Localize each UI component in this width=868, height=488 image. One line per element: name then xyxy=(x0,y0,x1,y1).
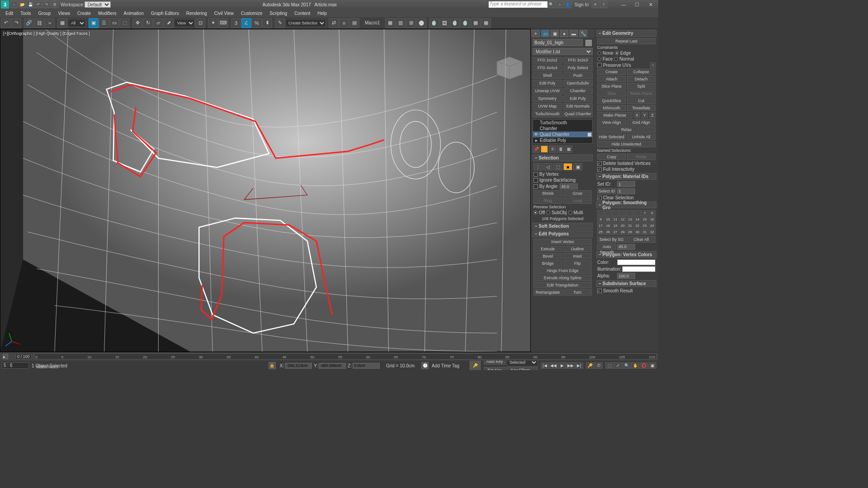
by-angle-spinner[interactable] xyxy=(560,183,578,189)
add-time-tag-button[interactable]: Add Time Tag xyxy=(432,363,459,368)
hide-selected-button[interactable]: Hide Selected xyxy=(597,134,626,140)
keyboard-button[interactable]: ⌨ xyxy=(218,18,228,28)
redo-icon[interactable]: ↷ xyxy=(43,1,50,8)
placement-button[interactable]: ⬈ xyxy=(164,18,174,28)
scale-button[interactable]: ▱ xyxy=(153,18,163,28)
x-coord-input[interactable] xyxy=(285,363,312,369)
sg-button-blank[interactable] xyxy=(627,210,633,216)
zoom-button[interactable]: 🔍 xyxy=(623,362,631,369)
material-editor-button[interactable]: ⬤ xyxy=(416,18,426,28)
play-toggle-button[interactable]: ▸ xyxy=(3,354,8,359)
menu-rendering[interactable]: Rendering xyxy=(183,10,211,16)
max-viewport-button[interactable]: ▣ xyxy=(648,362,656,369)
pan-button[interactable]: ✋ xyxy=(631,362,639,369)
sg-button-32[interactable]: 32 xyxy=(649,229,656,235)
vertex-colors-rollout[interactable]: Polygon: Vertex Colors xyxy=(596,251,656,258)
time-ruler[interactable]: 0510152025303540455055606570758085909510… xyxy=(34,353,656,360)
link-icon[interactable]: ⚙ xyxy=(51,1,58,8)
align-button[interactable]: ≡ xyxy=(339,18,349,28)
viewport-label[interactable]: [+][Orthographic ] [High Quality ] [Edge… xyxy=(3,31,90,36)
planar-x-button[interactable]: X xyxy=(634,112,640,118)
msmooth-button[interactable]: MSmooth xyxy=(597,105,626,111)
sg-button-27[interactable]: 27 xyxy=(612,229,619,235)
by-vertex-check[interactable] xyxy=(533,172,538,177)
stack-quadchamfer[interactable]: Quad Chamfer xyxy=(540,132,570,137)
sg-button-26[interactable]: 26 xyxy=(604,229,611,235)
manipulate-button[interactable]: ✦ xyxy=(208,18,218,28)
menu-modifiers[interactable]: Modifiers xyxy=(94,10,120,16)
show-end-result-icon[interactable]: ▯ xyxy=(541,145,548,153)
time-config-button[interactable]: ⏱ xyxy=(594,362,603,369)
modifier-stack[interactable]: TurboSmooth Chamfer 👁Quad Chamfer ▸Edita… xyxy=(533,119,593,144)
quickslice-button[interactable]: QuickSlice xyxy=(597,98,626,104)
mod-symmetry[interactable]: Symmetry xyxy=(533,95,562,102)
sg-button-17[interactable]: 17 xyxy=(597,223,604,229)
sg-button-16[interactable]: 16 xyxy=(649,216,656,222)
isolate-button[interactable]: ⬚ xyxy=(605,362,613,369)
make-unique-icon[interactable]: ⎘ xyxy=(549,145,556,153)
subdiv-surface-rollout[interactable]: Subdivision Surface xyxy=(596,280,656,287)
sg-button-blank[interactable] xyxy=(612,210,619,216)
repeat-last-button[interactable]: Repeat Last xyxy=(597,38,656,44)
y-coord-input[interactable] xyxy=(319,363,346,369)
slice-button[interactable]: Slice xyxy=(597,90,626,97)
select-by-sg-button[interactable]: Select By SG xyxy=(597,236,626,243)
border-mode-icon[interactable]: ⬚ xyxy=(553,163,562,170)
render-prod-button[interactable]: 🍵 xyxy=(460,18,470,28)
paste-named-button[interactable]: Paste xyxy=(627,154,656,160)
stack-chamfer[interactable]: Chamfer xyxy=(540,126,557,131)
preview-multi-radio[interactable] xyxy=(568,211,572,215)
modify-tab-icon[interactable]: ▭ xyxy=(541,30,549,37)
select-by-name-button[interactable]: ☰ xyxy=(99,18,109,28)
insert-vertex-button[interactable]: Insert Vertex xyxy=(533,239,592,245)
search-input[interactable]: Type a keyword or phrase xyxy=(489,1,547,8)
bevel-button[interactable]: Bevel xyxy=(533,253,562,259)
exchange-icon[interactable]: ✕ xyxy=(592,1,599,8)
search-icon[interactable]: 🔍 xyxy=(548,1,555,8)
slice-plane-button[interactable]: Slice Plane xyxy=(597,83,626,89)
sg-button-15[interactable]: 15 xyxy=(642,216,648,222)
select-id-spinner[interactable] xyxy=(617,188,635,194)
unhide-all-button[interactable]: Unhide All xyxy=(627,134,656,140)
sg-button-blank[interactable] xyxy=(619,210,626,216)
lock-icon[interactable]: 🔒 xyxy=(269,362,276,369)
play-button[interactable]: ▶ xyxy=(558,362,566,369)
object-color-swatch[interactable] xyxy=(585,40,592,46)
retriangulate-button[interactable]: Retriangulate xyxy=(533,289,562,296)
menu-animation[interactable]: Animation xyxy=(120,10,147,16)
constraint-none-radio[interactable] xyxy=(597,51,601,55)
auto-smooth-button[interactable]: Auto Smooth xyxy=(597,244,616,250)
percent-snap-button[interactable]: % xyxy=(252,18,262,28)
ignore-backfacing-check[interactable] xyxy=(533,178,538,183)
ref-coord-dropdown[interactable]: View xyxy=(174,19,195,27)
mod-opensubdiv[interactable]: OpenSubdiv xyxy=(563,80,593,87)
outline-button[interactable]: Outline xyxy=(563,246,592,252)
flip-button[interactable]: Flip xyxy=(563,260,592,267)
planar-z-button[interactable]: Z xyxy=(649,112,656,118)
vertex-color-swatch[interactable] xyxy=(617,259,656,265)
named-selection-dropdown[interactable]: Create Selection Se xyxy=(285,19,326,27)
mod-uvwmap[interactable]: UVW Map xyxy=(533,103,562,110)
sg-button-14[interactable]: 14 xyxy=(634,216,641,222)
add-time-tag-icon[interactable]: 🕐 xyxy=(421,362,429,369)
grow-button[interactable]: Grow xyxy=(563,190,592,197)
new-icon[interactable]: ▫ xyxy=(10,1,18,8)
mod-ffd2[interactable]: FFD 2x2x2 xyxy=(533,57,562,64)
create-tab-icon[interactable]: + xyxy=(532,30,540,37)
split-button[interactable]: Split xyxy=(627,83,656,89)
app-logo-icon[interactable]: 3 xyxy=(1,0,9,9)
auto-smooth-spinner[interactable] xyxy=(617,244,635,250)
prev-frame-button[interactable]: ◀◀ xyxy=(549,362,557,369)
sg-button-blank[interactable] xyxy=(604,210,611,216)
menu-content[interactable]: Content xyxy=(291,10,314,16)
menu-civilview[interactable]: Civil View xyxy=(211,10,237,16)
menu-customize[interactable]: Customize xyxy=(237,10,266,16)
soft-selection-rollout[interactable]: Soft Selection xyxy=(533,223,593,230)
dope-sheet-button[interactable]: ▥ xyxy=(396,18,406,28)
sg-button-23[interactable]: 23 xyxy=(642,223,648,229)
sg-button-25[interactable]: 25 xyxy=(597,229,604,235)
create-button[interactable]: Create xyxy=(597,69,626,75)
selection-filter-dropdown[interactable]: All xyxy=(68,19,86,27)
vertex-mode-icon[interactable]: ⋮ xyxy=(533,163,542,170)
menu-help[interactable]: Help xyxy=(314,10,330,16)
